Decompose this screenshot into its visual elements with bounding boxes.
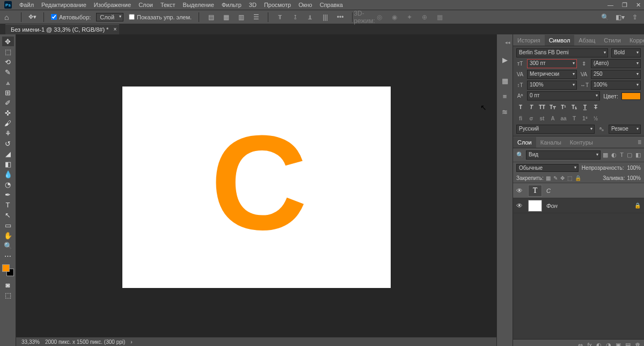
document-tab[interactable]: Без имени-1 @ 33,3% (C, RGB/8#) * × (5, 24, 119, 34)
delete-layer-icon[interactable]: 🗑 (635, 342, 641, 346)
filter-pixel-icon[interactable]: ▩ (603, 152, 608, 158)
allcaps-button[interactable]: TT (538, 103, 546, 111)
layer-thumbnail[interactable]: T (528, 185, 542, 197)
text-color-swatch[interactable] (621, 92, 641, 100)
crop-tool[interactable]: ⟁ (2, 77, 14, 87)
text-layer-content[interactable]: C (210, 105, 302, 260)
menu-edit[interactable]: Редактирование (41, 2, 86, 8)
filter-text-icon[interactable]: T (620, 152, 624, 158)
document-tab-close-icon[interactable]: × (114, 26, 117, 32)
workspace-icon[interactable]: ◧▾ (615, 12, 625, 22)
adjustments-tab[interactable]: Коррекция (625, 35, 644, 46)
lock-paint-icon[interactable]: ✎ (553, 175, 558, 181)
layer-item[interactable]: 👁 T C (513, 183, 644, 198)
eyedropper-tool[interactable]: ✐ (2, 98, 14, 107)
quickmask-tool[interactable]: ◙ (2, 280, 14, 290)
color-swatches[interactable] (2, 264, 14, 276)
share-icon[interactable]: ⇪ (630, 12, 640, 22)
move-tool-icon[interactable]: ✥▾ (28, 13, 36, 20)
doc-info[interactable]: 2000 пикс. x 1500 пикс. (300 ppi) (45, 339, 125, 345)
fx-icon[interactable]: fx (587, 342, 592, 346)
search-icon[interactable]: 🔍 (600, 12, 610, 22)
gradient-tool[interactable]: ◧ (2, 159, 14, 169)
font-family-dropdown[interactable]: Berlin Sans FB Demi (516, 48, 608, 57)
distribute-v-icon[interactable]: ||| (320, 12, 330, 22)
screenmode-tool[interactable]: ⬚ (2, 290, 14, 300)
distribute-icon[interactable]: ☰ (251, 12, 261, 22)
baseline-input[interactable]: 0 пт (527, 91, 600, 100)
fill-value[interactable]: 100% (627, 175, 641, 181)
minimize-icon[interactable]: — (608, 2, 613, 8)
type-tool[interactable]: T (2, 200, 14, 210)
menu-text[interactable]: Текст (160, 2, 175, 8)
auto-select-input[interactable] (51, 14, 57, 20)
marquee-tool[interactable]: ⬚ (2, 47, 14, 56)
layer-filter-dropdown[interactable]: Вид (526, 150, 601, 160)
layer-lock-icon[interactable]: 🔒 (634, 203, 641, 208)
kerning-input[interactable]: Метрически (527, 70, 577, 79)
foreground-color[interactable] (2, 264, 10, 272)
home-icon[interactable]: ⌂ (4, 13, 14, 21)
pen-tool[interactable]: ✒ (2, 190, 14, 199)
blur-tool[interactable]: 💧 (2, 169, 14, 179)
channels-tab[interactable]: Каналы (536, 137, 566, 148)
artboard[interactable]: C (122, 86, 391, 288)
dodge-tool[interactable]: ◔ (2, 179, 14, 189)
link-layers-icon[interactable]: ⇔ (578, 342, 583, 346)
play-icon[interactable]: ▶ (502, 56, 508, 64)
auto-select-target-dropdown[interactable]: Слой (96, 13, 123, 21)
history-brush-tool[interactable]: ↺ (2, 139, 14, 148)
show-controls-checkbox[interactable]: Показать упр. элем. (129, 14, 192, 20)
close-icon[interactable]: ✕ (636, 2, 641, 9)
healing-tool[interactable]: ✜ (2, 108, 14, 118)
align-bottom-icon[interactable]: ⫫ (305, 12, 315, 22)
menu-3d[interactable]: 3D (249, 2, 257, 8)
menu-layers[interactable]: Слои (138, 2, 153, 8)
menu-help[interactable]: Справка (320, 2, 343, 8)
clone-tool[interactable]: ⚘ (2, 128, 14, 138)
hand-tool[interactable]: ✋ (2, 230, 14, 240)
language-dropdown[interactable]: Русский (516, 125, 595, 134)
adjustment-icon[interactable]: ◑ (606, 342, 611, 346)
paragraph-tab[interactable]: Абзац (574, 35, 599, 46)
auto-select-checkbox[interactable]: Автовыбор: (51, 14, 91, 20)
tracking-input[interactable]: 250 (591, 70, 641, 79)
layer-visibility-icon[interactable]: 👁 (516, 187, 524, 194)
ot-half[interactable]: ½ (591, 114, 600, 122)
blend-mode-dropdown[interactable]: Обычные (516, 164, 579, 172)
panel-icon-2[interactable]: ≡ (503, 92, 507, 100)
ot-A[interactable]: A (548, 114, 557, 122)
show-controls-input[interactable] (129, 14, 135, 20)
font-style-dropdown[interactable]: Bold (611, 48, 641, 57)
group-icon[interactable]: ▣ (616, 342, 621, 346)
menu-window[interactable]: Окно (298, 2, 312, 8)
character-tab[interactable]: Символ (545, 35, 575, 46)
menu-file[interactable]: Файл (19, 2, 34, 8)
layer-search-icon[interactable]: 🔍 (516, 152, 524, 158)
new-layer-icon[interactable]: ▤ (625, 342, 631, 346)
maximize-icon[interactable]: ❐ (622, 2, 627, 9)
layer-thumbnail[interactable] (528, 200, 542, 212)
align-center-v-icon[interactable]: ⫱ (290, 12, 300, 22)
lock-artboard-icon[interactable]: ⬚ (567, 175, 572, 181)
mask-icon[interactable]: ◐ (596, 342, 602, 346)
more-opts-icon[interactable]: ••• (335, 12, 345, 22)
lock-all-icon[interactable]: 🔒 (575, 175, 581, 181)
bold-button[interactable]: T (516, 103, 525, 111)
history-tab[interactable]: История (513, 35, 545, 46)
frame-tool[interactable]: ⊞ (2, 88, 14, 97)
move-tool[interactable]: ✥ (2, 37, 14, 46)
ot-fi[interactable]: fi (516, 114, 525, 122)
panel-icon-3[interactable]: ≋ (502, 108, 508, 116)
ot-sigma[interactable]: σ (527, 114, 536, 122)
align-center-h-icon[interactable]: ▦ (221, 12, 231, 22)
strikethrough-button[interactable]: T (591, 103, 600, 111)
zoom-level[interactable]: 33,33% (21, 339, 40, 345)
opacity-value[interactable]: 100% (627, 165, 641, 171)
lock-transparency-icon[interactable]: ▦ (546, 175, 551, 181)
align-right-icon[interactable]: ▥ (236, 12, 246, 22)
path-select-tool[interactable]: ↖ (2, 210, 14, 220)
hscale-input[interactable]: 100% (591, 81, 641, 90)
lock-position-icon[interactable]: ✥ (560, 175, 565, 181)
quick-select-tool[interactable]: ✎ (2, 67, 14, 77)
